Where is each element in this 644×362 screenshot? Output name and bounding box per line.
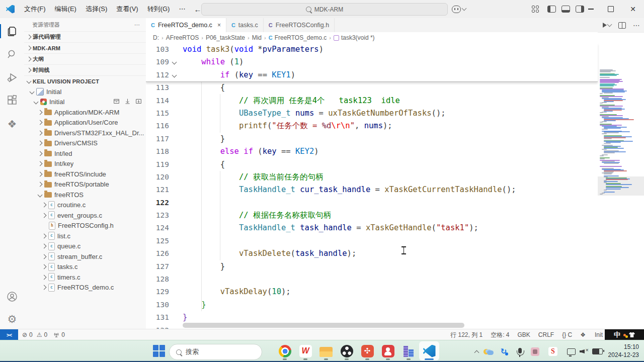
tree-item-drivers-stm32f1xx_hal_dr...[interactable]: Drivers/STM32F1xx_HAL_Dr... [24,128,146,138]
activity-item-run-debug[interactable] [0,67,24,87]
code-line-114: 114// 再次调用 任务是4个 task123 idle [146,95,598,107]
tree-item-int-led[interactable]: Int/led [24,148,146,159]
status-item-4[interactable]: {} C [562,331,572,338]
menu-item-5[interactable]: ⋯ [174,3,190,15]
breadcrumb-item-1[interactable]: AFreeRTOS [166,34,199,41]
menu-item-1[interactable]: 编辑(E) [50,3,81,15]
copilot-button[interactable] [452,4,469,14]
tab-freertosconfig.h[interactable]: CFreeRTOSConfig.h [264,18,335,32]
menu-item-3[interactable]: 查看(V) [112,3,142,15]
taskbar-app-chrome[interactable] [275,341,295,360]
status-item-2[interactable]: GBK [518,331,530,338]
minimize-button[interactable] [581,0,601,18]
tray-pink-app[interactable] [528,340,541,362]
tree-item-freertos_demo.c[interactable]: cFreeRTOS_demo.c [24,283,146,293]
status-item-3[interactable]: CRLF [538,331,554,338]
tree-item-list.c[interactable]: clist.c [24,231,146,241]
status-item-1[interactable]: 空格: 4 [491,331,509,339]
tray-sync[interactable]: ↻ [497,340,510,362]
run-button[interactable] [603,23,611,28]
tree-item-tasks.c[interactable]: ctasks.c [24,262,146,273]
tree-item-event_groups.c[interactable]: cevent_groups.c [24,210,146,221]
tree-item-freertos-include[interactable]: freeRTOS/include [24,169,146,179]
tray-microphone[interactable] [513,340,526,362]
chevron-right-icon [27,57,32,62]
taskbar-app-wps[interactable]: W [295,341,315,360]
sidebar-section-0[interactable]: 源代码管理 [24,31,146,42]
tray-weather[interactable] [482,340,495,362]
fold-chevron-icon[interactable] [172,72,177,77]
tree-item-timers.c[interactable]: ctimers.c [24,272,146,283]
tree-item-freertos[interactable]: freeRTOS [24,190,146,200]
sidebar-section-keil-project[interactable]: KEIL UVISION PROJECT [24,75,146,86]
tab-tasks.c[interactable]: Ctasks.c [226,18,264,32]
activity-item-account[interactable] [0,287,24,307]
close-button[interactable]: ✕ [623,0,643,18]
taskbar-app-sunlogin[interactable]: ✣ [357,341,377,360]
taskbar-search[interactable]: 搜索 [169,344,262,360]
tree-item-application-mdk-arm[interactable]: Application/MDK-ARM [24,107,146,118]
status-item-5[interactable]: Init [595,331,603,338]
search-box[interactable]: MDK-ARM [201,3,448,16]
tab-freertos_demo.c[interactable]: CFreeRTOS_demo.c× [146,18,226,33]
tray-chevron-up[interactable] [470,340,483,362]
sidebar-section-2[interactable]: 大纲 [24,53,146,64]
activity-item-settings[interactable]: ⚙ [0,309,24,329]
breadcrumb-item-3[interactable]: Mid [252,34,262,41]
taskbar-app-vscode[interactable] [419,341,439,360]
more-actions-button[interactable]: ⋯ [633,21,640,29]
tray-volume-muted[interactable] [578,340,591,362]
taskbar-app-contacts[interactable] [378,341,398,360]
tree-item-queue.c[interactable]: cqueue.c [24,241,146,252]
build-icon[interactable] [113,98,120,106]
sidebar-more-actions-button[interactable]: ⋯ [134,22,140,28]
split-editor-button[interactable] [618,22,626,29]
minimap[interactable] [598,68,644,329]
breadcrumb-separator-icon: › [162,35,164,41]
sidebar-section-3[interactable]: 时间线 [24,64,146,75]
tree-item-croutine.c[interactable]: ccroutine.c [24,200,146,211]
download-icon[interactable] [124,98,131,106]
status-item-0[interactable]: 行 122, 列 1 [450,331,482,339]
ime-widget[interactable]: 中 [605,329,644,340]
error-count: 0 [29,331,33,338]
tray-battery[interactable] [591,340,604,362]
breadcrumb-item-4[interactable]: CFreeRTOS_demo.c [269,34,327,41]
start-button[interactable] [149,341,169,360]
taskbar-clock[interactable]: 15:10 2024-12-23 [608,343,639,359]
code-area[interactable]: 113{114// 再次调用 任务是4个 task123 idle115UBas… [146,43,644,329]
problems-indicator[interactable]: ⊘0 ⚠0 [22,331,47,338]
tree-item-freertosconfig.h[interactable]: hFreeRTOSConfig.h [24,221,146,231]
code-lines: 113{114// 再次调用 任务是4个 task123 idle115UBas… [146,81,598,329]
remote-indicator[interactable]: >< [0,329,18,340]
fold-chevron-icon[interactable] [172,60,177,65]
tray-sogou[interactable]: S [546,340,559,362]
activity-item-search[interactable] [0,44,24,64]
activity-item-explorer[interactable] [0,21,24,41]
tree-item-freertos-portable[interactable]: freeRTOS/portable [24,179,146,190]
ports-indicator[interactable]: 0 [53,331,65,338]
tree-item-stream_buffer.c[interactable]: cstream_buffer.c [24,251,146,262]
taskbar-app-buildings[interactable] [398,341,419,360]
restore-button[interactable] [601,0,621,18]
menu-item-4[interactable]: 转到(G) [143,3,175,15]
tab-close-icon[interactable]: × [217,22,221,29]
menu-item-2[interactable]: 选择(S) [81,3,112,15]
horizontal-scrollbar[interactable] [183,323,464,328]
activity-item-keil-assistant[interactable]: ❖ [0,114,24,134]
menu-item-0[interactable]: 文件(F) [20,3,50,15]
tree-item-initial[interactable]: Initial [24,86,146,97]
taskbar-app-obs[interactable] [337,341,357,360]
sidebar-section-1[interactable]: MDK-ARM [24,42,146,53]
breadcrumb-item-2[interactable]: P06_taskState [206,34,245,41]
activity-item-extensions[interactable] [0,90,24,111]
tree-item-initial[interactable]: Initial [24,97,146,108]
breadcrumb-item-5[interactable]: task3(void *) [334,34,375,41]
taskbar-app-file-explorer[interactable] [316,341,336,360]
tray-monitor[interactable] [565,340,578,362]
breadcrumb-item-0[interactable]: D: [153,34,159,41]
tree-item-int-key[interactable]: Int/key [24,159,146,169]
tree-item-drivers-cmsis[interactable]: Drivers/CMSIS [24,138,146,149]
tree-item-application-user-core[interactable]: Application/User/Core [24,118,146,128]
rebuild-icon[interactable] [135,98,142,106]
